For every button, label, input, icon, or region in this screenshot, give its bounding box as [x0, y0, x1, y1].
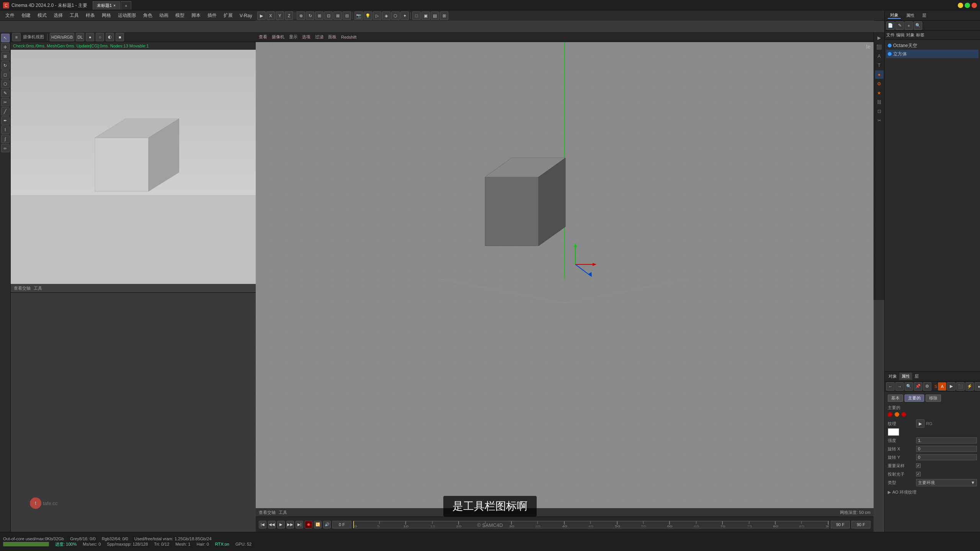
menu-vray[interactable]: V-Ray: [237, 12, 255, 19]
current-frame-display[interactable]: 0 F: [332, 521, 351, 528]
rot-y-input[interactable]: [916, 454, 977, 460]
oct-tb-cam[interactable]: 📷: [354, 11, 363, 20]
obj-edit-btn[interactable]: ✎: [895, 21, 904, 30]
tl-record-btn[interactable]: ⏺: [305, 521, 312, 528]
menu-plugin[interactable]: 插件: [204, 11, 220, 20]
rp-btn-gear[interactable]: ⚙: [875, 80, 884, 88]
oct-tb-light[interactable]: 💡: [364, 11, 372, 20]
oct-tb-1[interactable]: ▶: [257, 11, 266, 20]
obj-search-btn[interactable]: 🔍: [914, 21, 922, 30]
tool-weld[interactable]: ∞: [1, 144, 10, 152]
tool-scale[interactable]: ⊞: [1, 52, 10, 60]
menu-file[interactable]: 文件: [2, 11, 18, 20]
menu-character[interactable]: 角色: [140, 11, 155, 20]
obj-menu-obj[interactable]: 对象: [906, 32, 915, 38]
rp-btn-4[interactable]: T: [875, 61, 884, 70]
rp-btn-3[interactable]: A: [875, 52, 884, 60]
oct-tb-fx[interactable]: ✦: [400, 11, 409, 20]
oct-tb-geo[interactable]: ⬡: [391, 11, 400, 20]
oct-tb-2[interactable]: X: [266, 11, 275, 20]
oct-tb-6[interactable]: ↻: [306, 11, 314, 20]
ao-section-header[interactable]: ▶ AO 环境纹理: [888, 489, 977, 495]
vp-menu-options[interactable]: 选项: [301, 34, 312, 40]
panel-tab-attr[interactable]: 属性: [904, 13, 917, 18]
color-swatch[interactable]: [888, 428, 899, 436]
prop-e-btn[interactable]: ♦: [975, 382, 980, 391]
menu-tools[interactable]: 工具: [67, 11, 82, 20]
main-3d-viewport[interactable]: 默认摄像机 Ie 查看交轴 工具 网格深度: 50 cm: [256, 42, 874, 517]
prop-pin-btn[interactable]: 📌: [914, 382, 922, 391]
obj-new-btn[interactable]: +: [905, 21, 913, 30]
tl-start-btn[interactable]: |◀: [259, 521, 266, 528]
rp-btn-chain[interactable]: ⛓: [875, 98, 884, 106]
end-frame-display2[interactable]: 90 F: [851, 521, 871, 528]
rp-btn-star[interactable]: ★: [875, 89, 884, 97]
vp-menu-view[interactable]: 查看: [257, 34, 269, 40]
prop-c-btn[interactable]: ⬛: [956, 382, 965, 391]
menu-mograph[interactable]: 运动图形: [115, 11, 139, 20]
menu-spline[interactable]: 样条: [83, 11, 98, 20]
vp-render2[interactable]: ○: [96, 33, 104, 41]
tool-pen[interactable]: ✒: [1, 116, 10, 125]
importance-checkbox[interactable]: ✓: [916, 463, 921, 468]
menu-model[interactable]: 模型: [172, 11, 188, 20]
menu-mode[interactable]: 模式: [34, 11, 50, 20]
obj-file-btn[interactable]: 📄: [886, 21, 895, 30]
oct-tb-9[interactable]: ⊟: [343, 11, 351, 20]
oct-tb-5[interactable]: ⊕: [297, 11, 305, 20]
rot-x-input[interactable]: [916, 446, 977, 452]
rp-btn-sphere[interactable]: ●: [875, 70, 884, 79]
oct-tb-mat[interactable]: ◈: [382, 11, 390, 20]
prop-a-btn[interactable]: A: [938, 382, 946, 391]
close-button[interactable]: [972, 3, 977, 8]
vp-menu-btn[interactable]: ≡: [12, 33, 21, 41]
rp-btn-crop[interactable]: ⊡: [875, 107, 884, 116]
vp-render4[interactable]: ■: [116, 33, 124, 41]
obj-menu-edit[interactable]: 编辑: [896, 32, 905, 38]
prop-tab-layer[interactable]: 层: [912, 373, 921, 380]
hdr-toggle[interactable]: HDR/sRGB: [50, 33, 74, 41]
prop-tab-object[interactable]: 对象: [886, 373, 899, 380]
prop-search-btn[interactable]: 🔍: [905, 382, 913, 391]
menu-create[interactable]: 创建: [18, 11, 34, 20]
prop-d-btn[interactable]: ⚡: [965, 382, 974, 391]
prop-back-btn[interactable]: ←: [886, 382, 895, 391]
new-tab-btn[interactable]: +: [121, 1, 131, 10]
tool-magnet[interactable]: ∫: [1, 135, 10, 143]
obj-menu-file[interactable]: 文件: [886, 32, 895, 38]
mat-tab-basic[interactable]: 基本: [888, 395, 903, 402]
tool-object[interactable]: ◻: [1, 70, 10, 79]
menu-select[interactable]: 选择: [51, 11, 66, 20]
timeline-ruler[interactable]: 0 5 10 15 20 25 30 35 40 45 50 55 60: [353, 521, 829, 528]
prop-tab-attr[interactable]: 属性: [899, 373, 912, 380]
oct-tb-a[interactable]: □: [412, 11, 421, 20]
vp-menu-filter[interactable]: 过滤: [314, 34, 325, 40]
oct-tb-render[interactable]: ▷: [373, 11, 381, 20]
rp-btn-2[interactable]: ⬛: [875, 43, 884, 51]
vp-render3[interactable]: ◐: [106, 33, 114, 41]
panel-tab-layer[interactable]: 层: [920, 13, 929, 18]
vp-menu-panel[interactable]: 面板: [327, 34, 338, 40]
menu-script[interactable]: 脚本: [188, 11, 204, 20]
rp-btn-cut[interactable]: ✂: [875, 116, 884, 125]
tl-play-btn[interactable]: ▶: [277, 521, 285, 528]
tool-paint[interactable]: ✎: [1, 89, 10, 97]
tl-loop-btn[interactable]: 🔁: [314, 521, 322, 528]
menu-mesh[interactable]: 网格: [99, 11, 114, 20]
tl-audio-btn[interactable]: 🔊: [323, 521, 331, 528]
tl-next-btn[interactable]: ▶▶: [286, 521, 294, 528]
cast-photons-checkbox[interactable]: ✓: [916, 472, 921, 476]
oct-tb-d[interactable]: ⊞: [440, 11, 448, 20]
prop-settings-btn[interactable]: ⚙: [923, 382, 931, 391]
tool-select[interactable]: ↖: [1, 34, 10, 42]
oct-tb-4[interactable]: Z: [285, 11, 293, 20]
oct-tb-snap[interactable]: ⊡: [324, 11, 333, 20]
mat-tab-main[interactable]: 主要的: [905, 395, 924, 402]
tl-end-btn[interactable]: ▶|: [296, 521, 303, 528]
strength-input[interactable]: [916, 437, 977, 443]
oct-tb-3[interactable]: Y: [276, 11, 284, 20]
tl-prev-btn[interactable]: ◀◀: [268, 521, 276, 528]
main-tab[interactable]: 未标题1 ×: [93, 1, 120, 10]
texture-expand[interactable]: ▶: [916, 419, 924, 428]
type-dropdown[interactable]: 主要环境 ▼: [916, 479, 977, 486]
